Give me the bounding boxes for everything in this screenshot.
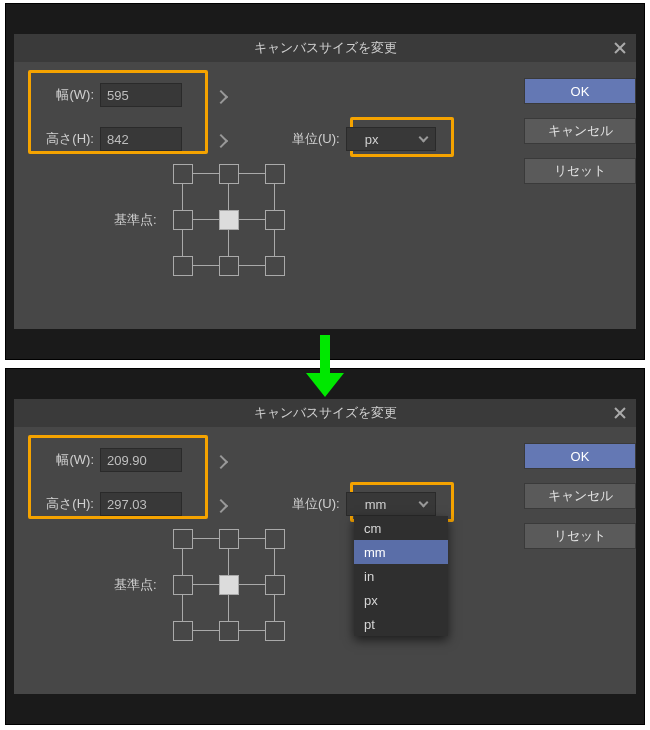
canvas-size-dialog: キャンバスサイズを変更 幅(W): 高さ(H): 単位(U): [14,399,636,694]
unit-select[interactable]: px [346,127,436,151]
reset-button[interactable]: リセット [524,523,636,549]
anchor-mr[interactable] [265,210,285,230]
reset-button[interactable]: リセット [524,158,636,184]
after-panel: キャンバスサイズを変更 幅(W): 高さ(H): 単位(U): [5,368,645,725]
unit-option-cm[interactable]: cm [354,516,448,540]
canvas-size-dialog: キャンバスサイズを変更 幅(W): 高さ(H): 単位(U): [14,34,636,329]
anchor-mc[interactable] [219,575,239,595]
unit-value: mm [365,497,387,512]
height-input[interactable] [100,127,182,151]
dialog-title: キャンバスサイズを変更 [254,404,397,422]
width-label: 幅(W): [42,451,100,469]
unit-dropdown: cm mm in px pt [354,516,448,636]
expand-height-button[interactable] [216,501,226,511]
anchor-bc[interactable] [219,256,239,276]
unit-value: px [365,132,379,147]
width-input[interactable] [100,448,182,472]
anchor-tr[interactable] [265,529,285,549]
transition-arrow-icon [302,335,348,399]
before-panel: キャンバスサイズを変更 幅(W): 高さ(H): 単位(U): [5,3,645,360]
anchor-ml[interactable] [173,575,193,595]
anchor-grid [173,529,285,641]
anchor-br[interactable] [265,256,285,276]
expand-height-button[interactable] [216,136,226,146]
anchor-bc[interactable] [219,621,239,641]
unit-label: 単位(U): [292,495,340,513]
unit-option-in[interactable]: in [354,564,448,588]
anchor-mr[interactable] [265,575,285,595]
dialog-titlebar: キャンバスサイズを変更 [14,399,636,427]
width-label: 幅(W): [42,86,100,104]
anchor-ml[interactable] [173,210,193,230]
anchor-label: 基準点: [114,576,157,594]
unit-select[interactable]: mm [346,492,436,516]
chevron-down-icon [418,498,428,508]
expand-width-button[interactable] [216,92,226,102]
anchor-label: 基準点: [114,211,157,229]
expand-width-button[interactable] [216,457,226,467]
anchor-bl[interactable] [173,256,193,276]
height-label: 高さ(H): [42,130,100,148]
unit-option-mm[interactable]: mm [354,540,448,564]
width-input[interactable] [100,83,182,107]
unit-label: 単位(U): [292,130,340,148]
cancel-button[interactable]: キャンセル [524,483,636,509]
height-label: 高さ(H): [42,495,100,513]
anchor-br[interactable] [265,621,285,641]
dialog-titlebar: キャンバスサイズを変更 [14,34,636,62]
unit-option-pt[interactable]: pt [354,612,448,636]
anchor-tr[interactable] [265,164,285,184]
anchor-mc[interactable] [219,210,239,230]
close-button[interactable] [612,405,628,421]
anchor-tc[interactable] [219,164,239,184]
anchor-tl[interactable] [173,529,193,549]
anchor-bl[interactable] [173,621,193,641]
unit-option-px[interactable]: px [354,588,448,612]
ok-button[interactable]: OK [524,443,636,469]
anchor-tl[interactable] [173,164,193,184]
anchor-tc[interactable] [219,529,239,549]
anchor-grid [173,164,285,276]
close-button[interactable] [612,40,628,56]
height-input[interactable] [100,492,182,516]
dialog-title: キャンバスサイズを変更 [254,39,397,57]
ok-button[interactable]: OK [524,78,636,104]
chevron-down-icon [418,133,428,143]
cancel-button[interactable]: キャンセル [524,118,636,144]
